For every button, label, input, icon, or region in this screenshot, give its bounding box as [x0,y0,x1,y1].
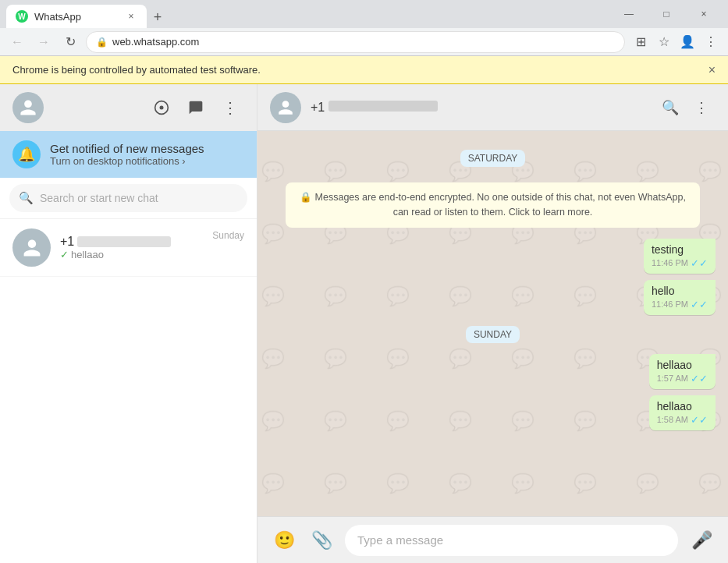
message-bubble: hello 11:46 PM ✓✓ [644,280,716,315]
message-text: testing [652,243,708,256]
message-text: hellaao [657,359,708,371]
message-bubble: hellaao 1:57 AM ✓✓ [649,354,716,389]
read-check-icon: ✓ [60,249,69,260]
chat-preview: ✓ hellaao [60,249,203,260]
new-chat-button[interactable] [182,94,210,122]
attachment-button[interactable]: 📎 [307,526,336,554]
message-text: hellaao [657,400,708,413]
whatsapp-app: ⋮ 🔔 Get notified of new messages Turn on… [0,84,728,563]
message-time: 1:58 AM [657,415,688,424]
emoji-button[interactable]: 🙂 [270,526,298,554]
notification-subtitle: Turn on desktop notifications › [50,155,244,167]
message-text: hello [652,285,708,297]
message-input-placeholder: Type a message [357,533,443,547]
svg-point-1 [160,106,164,110]
message-meta: 11:46 PM ✓✓ [652,299,708,310]
address-bar: ← → ↻ 🔒 web.whatsapp.com ⊞ ☆ 👤 ⋮ [0,28,728,56]
double-check-icon: ✓✓ [691,299,708,310]
chat-more-button[interactable]: ⋮ [687,94,716,122]
notification-title: Get notified of new messages [50,142,244,155]
new-tab-button[interactable]: + [147,6,169,28]
chat-header: +1 🔍 ⋮ [257,84,728,131]
last-message: hellaao [71,249,104,260]
date-divider-saturday: SATURDAY [270,150,716,167]
double-check-icon: ✓✓ [691,257,708,269]
grid-icon[interactable]: ⊞ [630,31,652,53]
account-icon[interactable]: 👤 [677,31,698,53]
user-avatar[interactable] [12,92,44,123]
chat-header-name: +1 [311,101,647,115]
chrome-notification-bar: Chrome is being controlled by automated … [0,56,728,84]
back-button[interactable]: ← [6,31,28,53]
sidebar-more-button[interactable]: ⋮ [216,94,244,122]
notification-bar-close[interactable]: × [708,63,716,77]
tab-favicon: W [16,10,28,23]
refresh-button[interactable]: ↻ [59,31,81,53]
message-time: 1:57 AM [657,374,688,383]
message-input[interactable]: Type a message [345,525,678,556]
message-meta: 11:46 PM ✓✓ [652,257,708,269]
message-row: hellaao 1:58 AM ✓✓ [270,395,716,430]
minimize-button[interactable]: — [611,2,647,26]
chat-header-name-redacted [328,101,438,112]
maximize-button[interactable]: □ [648,2,684,26]
chat-name-redacted [77,236,171,247]
chat-name: +1 [60,235,203,249]
message-row: testing 11:46 PM ✓✓ [270,239,716,274]
message-row: hellaao 1:57 AM ✓✓ [270,354,716,389]
chat-header-phone: +1 [311,101,325,114]
close-tab-button[interactable]: × [125,10,137,23]
microphone-button[interactable]: 🎤 [687,526,716,554]
active-tab[interactable]: W WhatsApp × [6,5,147,28]
chat-avatar [12,228,51,267]
address-box[interactable]: 🔒 web.whatsapp.com [86,31,625,53]
more-icon[interactable]: ⋮ [700,31,722,53]
chat-phone: +1 [60,235,74,249]
close-window-button[interactable]: × [686,2,722,26]
date-divider-sunday: SUNDAY [270,326,716,343]
bookmark-icon[interactable]: ☆ [653,31,675,53]
search-input-container[interactable]: 🔍 Search or start new chat [9,184,247,212]
search-bar: 🔍 Search or start new chat [0,178,257,219]
messages-container: SATURDAY 🔒 Messages are end-to-end encry… [257,131,728,516]
double-check-icon: ✓✓ [691,414,708,426]
notification-bar-text: Chrome is being controlled by automated … [12,64,261,76]
message-time: 11:46 PM [652,299,688,309]
lock-icon: 🔒 [96,37,108,48]
date-label-saturday: SATURDAY [460,150,526,167]
forward-button[interactable]: → [33,31,55,53]
encryption-text: 🔒 Messages are end-to-end encrypted. No … [300,192,686,218]
chat-area: +1 🔍 ⋮ SATURDAY 🔒 Messages are end-to-en… [257,84,728,563]
notification-banner[interactable]: 🔔 Get notified of new messages Turn on d… [0,131,257,178]
browser-titlebar: W WhatsApp × + — □ × [0,0,728,28]
search-chat-button[interactable]: 🔍 [656,94,684,122]
window-controls: — □ × [611,2,722,26]
chat-time: Sunday [212,230,244,241]
double-check-icon: ✓✓ [691,373,708,384]
chat-header-actions: 🔍 ⋮ [656,94,716,122]
chat-list: +1 ✓ hellaao Sunday [0,219,257,563]
tab-bar: W WhatsApp × + [6,0,606,28]
search-icon: 🔍 [19,191,34,205]
sidebar: ⋮ 🔔 Get notified of new messages Turn on… [0,84,257,563]
bell-icon: 🔔 [12,140,41,168]
chat-info: +1 ✓ hellaao [60,235,203,260]
url-text: web.whatsapp.com [112,36,615,48]
search-placeholder: Search or start new chat [40,192,158,204]
encryption-notice[interactable]: 🔒 Messages are end-to-end encrypted. No … [286,182,700,228]
chat-header-avatar[interactable] [270,92,301,123]
message-meta: 1:57 AM ✓✓ [657,373,708,384]
browser-actions: ⊞ ☆ 👤 ⋮ [630,31,722,53]
tab-title: WhatsApp [34,11,81,23]
sidebar-header-actions: ⋮ [147,94,244,122]
status-button[interactable] [147,94,176,122]
date-label-sunday: SUNDAY [466,326,520,343]
message-bubble: hellaao 1:58 AM ✓✓ [649,395,716,430]
chat-item[interactable]: +1 ✓ hellaao Sunday [0,219,257,277]
message-row: hello 11:46 PM ✓✓ [270,280,716,315]
notification-text-block: Get notified of new messages Turn on des… [50,142,244,167]
chat-input-bar: 🙂 📎 Type a message 🎤 [257,516,728,563]
sidebar-header: ⋮ [0,84,257,131]
message-meta: 1:58 AM ✓✓ [657,414,708,426]
message-time: 11:46 PM [652,258,688,267]
